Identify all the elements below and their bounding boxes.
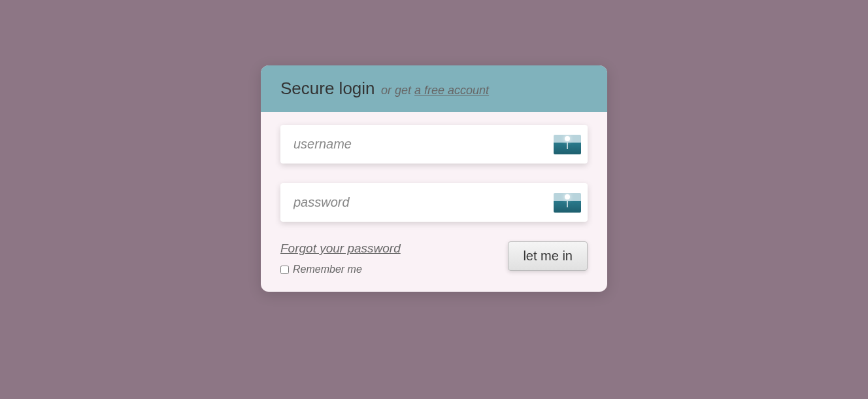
login-card: Secure login or get a free account Forgo… (261, 65, 607, 292)
header-subtitle: or get a free account (381, 84, 489, 97)
header-title: Secure login (280, 78, 375, 98)
signup-link[interactable]: a free account (414, 84, 489, 97)
password-input[interactable] (280, 183, 588, 222)
subtitle-prefix: or get (381, 84, 414, 97)
login-header: Secure login or get a free account (261, 65, 607, 112)
password-wrapper (280, 183, 588, 222)
login-body: Forgot your password Remember me let me … (261, 112, 607, 292)
remember-label: Remember me (293, 264, 362, 275)
username-wrapper (280, 125, 588, 164)
footer-row: Forgot your password Remember me let me … (280, 241, 588, 275)
remember-checkbox[interactable] (280, 266, 289, 274)
forgot-password-link[interactable]: Forgot your password (280, 241, 401, 256)
password-landscape-icon (554, 193, 581, 213)
username-input[interactable] (280, 125, 588, 164)
footer-left: Forgot your password Remember me (280, 241, 401, 275)
submit-button[interactable]: let me in (508, 241, 588, 271)
remember-row: Remember me (280, 264, 401, 275)
username-landscape-icon (554, 135, 581, 154)
